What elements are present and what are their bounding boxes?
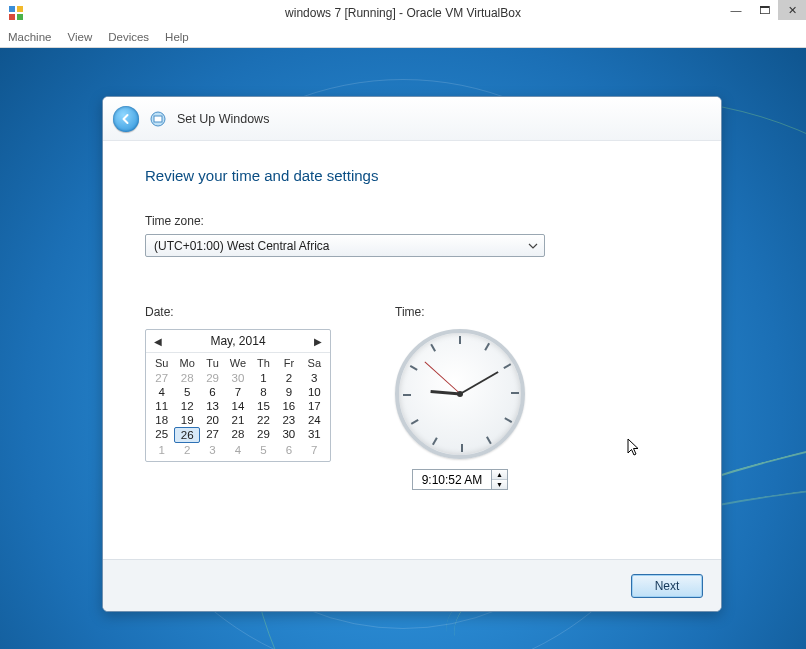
calendar-day[interactable]: 3 xyxy=(200,443,225,457)
setup-wizard-window: Set Up Windows Review your time and date… xyxy=(102,96,722,612)
calendar-day[interactable]: 3 xyxy=(302,371,327,385)
svg-rect-5 xyxy=(154,116,162,122)
time-value[interactable]: 9:10:52 AM xyxy=(413,470,491,489)
calendar-day[interactable]: 27 xyxy=(200,427,225,443)
calendar-day[interactable]: 14 xyxy=(225,399,250,413)
calendar-day[interactable]: 12 xyxy=(174,399,199,413)
wizard-footer: Next xyxy=(103,559,721,611)
next-button[interactable]: Next xyxy=(631,574,703,598)
calendar-day[interactable]: 29 xyxy=(251,427,276,443)
calendar-dow: Tu xyxy=(200,355,225,371)
calendar-day[interactable]: 29 xyxy=(200,371,225,385)
page-heading: Review your time and date settings xyxy=(145,167,679,184)
calendar-day[interactable]: 15 xyxy=(251,399,276,413)
menu-devices[interactable]: Devices xyxy=(100,31,157,43)
calendar-prev-button[interactable]: ◀ xyxy=(152,336,164,347)
calendar-day-selected[interactable]: 26 xyxy=(174,427,199,443)
calendar-day[interactable]: 11 xyxy=(149,399,174,413)
svg-rect-3 xyxy=(17,14,23,20)
calendar-day[interactable]: 30 xyxy=(276,427,301,443)
calendar-day[interactable]: 13 xyxy=(200,399,225,413)
timezone-select[interactable]: (UTC+01:00) West Central Africa xyxy=(145,234,545,257)
calendar-day[interactable]: 22 xyxy=(251,413,276,427)
calendar-day[interactable]: 10 xyxy=(302,385,327,399)
calendar-dow: Th xyxy=(251,355,276,371)
time-spinner[interactable]: 9:10:52 AM ▲ ▼ xyxy=(412,469,508,490)
menu-view[interactable]: View xyxy=(59,31,100,43)
calendar-day[interactable]: 2 xyxy=(276,371,301,385)
analog-clock xyxy=(395,329,525,459)
host-titlebar: windows 7 [Running] - Oracle VM VirtualB… xyxy=(0,0,806,26)
svg-rect-0 xyxy=(9,6,15,12)
calendar-day[interactable]: 17 xyxy=(302,399,327,413)
time-label: Time: xyxy=(395,305,525,319)
menu-machine[interactable]: Machine xyxy=(0,31,59,43)
calendar: ◀ May, 2014 ▶ SuMoTuWeThFrSa272829301234… xyxy=(145,329,331,462)
calendar-day[interactable]: 24 xyxy=(302,413,327,427)
virtualbox-icon xyxy=(8,5,24,21)
calendar-day[interactable]: 9 xyxy=(276,385,301,399)
timezone-label: Time zone: xyxy=(145,214,679,228)
calendar-dow: Sa xyxy=(302,355,327,371)
host-menubar: Machine View Devices Help xyxy=(0,26,806,48)
calendar-day[interactable]: 1 xyxy=(251,371,276,385)
calendar-day[interactable]: 23 xyxy=(276,413,301,427)
calendar-day[interactable]: 7 xyxy=(302,443,327,457)
calendar-day[interactable]: 8 xyxy=(251,385,276,399)
calendar-day[interactable]: 25 xyxy=(149,427,174,443)
calendar-month: May, 2014 xyxy=(210,334,265,348)
calendar-day[interactable]: 19 xyxy=(174,413,199,427)
wizard-title: Set Up Windows xyxy=(177,112,269,126)
calendar-day[interactable]: 2 xyxy=(174,443,199,457)
vm-desktop: Set Up Windows Review your time and date… xyxy=(0,48,806,649)
host-window-title: windows 7 [Running] - Oracle VM VirtualB… xyxy=(285,6,521,20)
calendar-day[interactable]: 6 xyxy=(276,443,301,457)
calendar-dow: Mo xyxy=(174,355,199,371)
close-button[interactable]: ✕ xyxy=(778,0,806,20)
svg-rect-2 xyxy=(9,14,15,20)
calendar-day[interactable]: 4 xyxy=(225,443,250,457)
calendar-dow: Su xyxy=(149,355,174,371)
calendar-day[interactable]: 4 xyxy=(149,385,174,399)
calendar-day[interactable]: 20 xyxy=(200,413,225,427)
time-increment-button[interactable]: ▲ xyxy=(492,470,507,479)
wizard-header: Set Up Windows xyxy=(103,97,721,141)
calendar-day[interactable]: 28 xyxy=(225,427,250,443)
maximize-button[interactable]: 🗖 xyxy=(750,0,778,20)
cursor-icon xyxy=(627,438,643,462)
minimize-button[interactable]: — xyxy=(722,0,750,20)
date-label: Date: xyxy=(145,305,331,319)
calendar-day[interactable]: 18 xyxy=(149,413,174,427)
back-button[interactable] xyxy=(113,106,139,132)
calendar-day[interactable]: 28 xyxy=(174,371,199,385)
calendar-day[interactable]: 30 xyxy=(225,371,250,385)
time-decrement-button[interactable]: ▼ xyxy=(492,479,507,489)
calendar-next-button[interactable]: ▶ xyxy=(312,336,324,347)
menu-help[interactable]: Help xyxy=(157,31,197,43)
calendar-day[interactable]: 6 xyxy=(200,385,225,399)
calendar-day[interactable]: 16 xyxy=(276,399,301,413)
calendar-day[interactable]: 7 xyxy=(225,385,250,399)
setup-windows-icon xyxy=(149,110,167,128)
calendar-day[interactable]: 21 xyxy=(225,413,250,427)
svg-rect-1 xyxy=(17,6,23,12)
calendar-dow: Fr xyxy=(276,355,301,371)
calendar-day[interactable]: 5 xyxy=(174,385,199,399)
calendar-day[interactable]: 27 xyxy=(149,371,174,385)
calendar-day[interactable]: 5 xyxy=(251,443,276,457)
calendar-day[interactable]: 1 xyxy=(149,443,174,457)
timezone-value: (UTC+01:00) West Central Africa xyxy=(154,239,330,253)
calendar-day[interactable]: 31 xyxy=(302,427,327,443)
calendar-dow: We xyxy=(225,355,250,371)
chevron-down-icon xyxy=(528,240,538,254)
